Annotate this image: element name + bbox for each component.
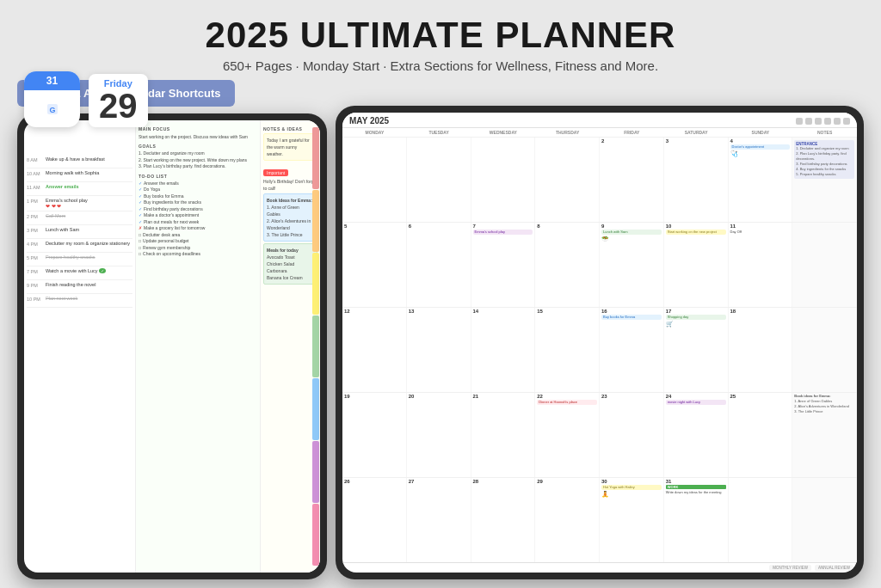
device-right-inner: MAY 2025 MONDAY TUESDAY WEDNESDAY <box>342 113 857 573</box>
event-text: Finish reading the novel <box>46 282 132 287</box>
time-label: 7 PM <box>27 268 46 274</box>
time-label: 2 PM <box>27 213 46 219</box>
calendar-week-3: 12 13 14 15 16 Buy books f <box>342 307 857 392</box>
cal-event: Doctor's appointment <box>730 144 791 150</box>
cal-event: Buy books for Emma <box>601 315 662 320</box>
event-text: Wake up & have a breakfast <box>46 156 132 162</box>
doctor-emoji: 🩺 <box>730 150 791 157</box>
time-column: 8 AM Wake up & have a breakfast 10 AM Mo… <box>24 120 136 573</box>
day-header-fri: FRIDAY <box>600 130 664 135</box>
cal-cell: 10 Start working on the new project <box>664 223 729 307</box>
calendar-nav <box>796 118 850 125</box>
cal-cell: 5 <box>342 223 407 307</box>
calendar-week-1: 2 3 4 Doctor's appointment 🩺 ENTRA <box>342 137 857 222</box>
cal-event: Start working on the new project <box>666 230 726 235</box>
nav-icon[interactable] <box>834 118 841 125</box>
meal-2: Chicken Salad <box>267 260 314 267</box>
nav-icon[interactable] <box>843 118 850 125</box>
entrance-card: ENTRANCE 1. Declutter and organize my ro… <box>794 140 854 179</box>
day-header-mon: MONDAY <box>342 130 407 135</box>
checkmark-icon: ✓ <box>139 212 142 219</box>
cal-icon-top: 31 <box>24 71 80 90</box>
sidebar-tabs <box>311 120 320 573</box>
lunch-emoji: 🥗 <box>601 236 662 242</box>
calendar-month: MAY 2025 <box>349 116 389 126</box>
time-label: 9 PM <box>27 282 46 288</box>
book-ideas-title: Book Ideas for Emma: <box>267 197 314 204</box>
time-slot: 5 PM Prepare healthy snacks <box>27 253 132 266</box>
cal-cell: 17 Shopping day 🛒 <box>664 308 729 392</box>
cal-cell: 22 Dinner at Hannah's place <box>535 393 600 477</box>
cal-cell: 28 <box>471 478 536 562</box>
cal-cell: 3 <box>664 138 729 222</box>
cal-cell: 13 <box>407 308 471 392</box>
sidebar-tab-purple <box>312 441 319 503</box>
date-num: 2 <box>601 138 662 144</box>
birthday-note: Holly's Birthday! Don't forget to call! <box>263 178 317 192</box>
google-calendar-icon: 31 G <box>24 71 80 127</box>
cal-cell: 19 <box>342 393 407 477</box>
empty-check: □ <box>139 251 141 258</box>
sidebar-tab-red <box>312 127 319 189</box>
date-num: 25 <box>730 394 791 399</box>
cal-icon-number: 31 <box>46 75 58 87</box>
nav-icon[interactable] <box>815 118 822 125</box>
todo-item: ✓ Find birthday party decorations <box>139 206 257 213</box>
cal-cell: 8 <box>535 223 600 307</box>
date-num: 10 <box>666 224 726 229</box>
meal-4: Banana Ice Cream <box>267 274 314 281</box>
meals-title: Meals for today <box>267 247 314 254</box>
cal-cell: 14 <box>471 308 536 392</box>
sidebar-tab-yellow <box>312 253 319 315</box>
calendar-grid: 2 3 4 Doctor's appointment 🩺 ENTRA <box>342 137 857 562</box>
nav-icon[interactable] <box>796 118 803 125</box>
time-slot: 10 PM Plan next week <box>27 294 132 308</box>
checkmark-icon: ✓ <box>139 193 142 200</box>
monthly-review-link[interactable]: MONTHLY REVIEW <box>769 565 811 571</box>
day-header-tue: TUESDAY <box>407 130 471 135</box>
spacer <box>336 80 864 106</box>
day-header-thu: THURSDAY <box>535 130 600 135</box>
sidebar-tab-pink <box>312 504 319 566</box>
date-num: 6 <box>409 224 469 229</box>
calendar-days-header: MONDAY TUESDAY WEDNESDAY THURSDAY FRIDAY… <box>342 128 857 137</box>
annual-review-link[interactable]: ANNUAL REVIEW <box>815 565 853 571</box>
date-num: 26 <box>344 479 404 484</box>
cal-cell: 15 <box>535 308 600 392</box>
date-num: 24 <box>666 394 726 399</box>
date-num: 22 <box>537 394 597 399</box>
nav-icon[interactable] <box>824 118 831 125</box>
right-panel: MAY 2025 MONDAY TUESDAY WEDNESDAY <box>336 80 864 579</box>
calendar-header: MAY 2025 <box>342 113 857 128</box>
cal-cell: 24 movie night with Lucy <box>664 393 729 477</box>
day-header-wed: WEDNESDAY <box>471 130 536 135</box>
cal-cell <box>407 138 471 222</box>
work-badge: WORK <box>666 485 726 489</box>
content-area: Google & Apple Calendar Shortcuts 31 G F… <box>0 80 881 588</box>
calendar-week-2: 5 6 7 Emma's school play 8 <box>342 222 857 307</box>
day-header-sun: SUNDAY <box>729 130 793 135</box>
device-right: MAY 2025 MONDAY TUESDAY WEDNESDAY <box>336 106 864 579</box>
date-num: 8 <box>537 224 597 229</box>
date-num: 11 <box>730 224 791 229</box>
cal-cell: 12 <box>342 308 407 392</box>
time-label: 10 PM <box>27 296 46 302</box>
cal-cell: 11 Day Off <box>729 223 793 307</box>
todo-item: ✓ Plan out meals for next week <box>139 219 257 226</box>
sidebar-tab-green <box>312 315 319 377</box>
date-num: 18 <box>730 309 791 314</box>
cal-cell: 18 <box>729 308 793 392</box>
yoga-emoji: 🧘 <box>601 491 662 498</box>
cal-cell: 21 <box>471 393 536 477</box>
goal-1: 1. Declutter and organize my room <box>139 150 257 157</box>
device-left-inner: 8 AM Wake up & have a breakfast 10 AM Mo… <box>24 120 320 573</box>
cal-cell: 26 <box>342 478 407 562</box>
nav-icon[interactable] <box>805 118 812 125</box>
time-label: 1 PM <box>27 198 46 204</box>
cal-event: Emma's school play <box>473 230 533 235</box>
book-3: 3. The Little Prince <box>267 231 314 238</box>
event-text: Watch a movie with Lucy ✓ <box>46 268 132 273</box>
todo-item: ✓ Buy ingredients for the snacks <box>139 199 257 206</box>
cal-notes-cell <box>792 478 857 562</box>
note-item: 3. The Little Prince <box>794 409 854 414</box>
